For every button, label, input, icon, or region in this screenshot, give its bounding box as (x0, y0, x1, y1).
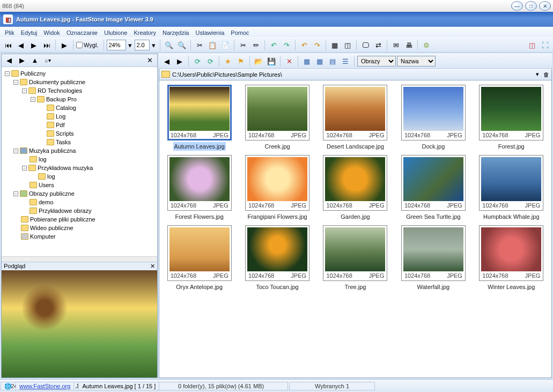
view-small-icon[interactable]: ▤ (327, 55, 338, 67)
view-list-icon[interactable]: ☰ (340, 55, 351, 67)
tree-node[interactable]: −Muzyka publiczna (13, 146, 155, 155)
menu-ustawienia[interactable]: Ustawienia (193, 28, 228, 37)
tree-node[interactable]: log (31, 172, 155, 181)
nav-last-icon[interactable]: ⏭ (41, 39, 53, 51)
menu-edytuj[interactable]: Edytuj (18, 28, 41, 37)
tree-up-icon[interactable]: ▲ (29, 55, 41, 66)
email-icon[interactable]: ✉ (390, 39, 402, 51)
preview-pane[interactable] (2, 270, 157, 378)
wygl-checkbox[interactable] (76, 42, 83, 48)
crop-icon[interactable]: ✂ (237, 39, 249, 51)
tree-node[interactable]: demo (22, 198, 155, 206)
tree-node[interactable]: Catalog (39, 103, 155, 112)
print-icon[interactable]: 🖶 (403, 39, 415, 51)
tree-back-icon[interactable]: ◀ (3, 55, 15, 66)
zoom-pct-input[interactable] (107, 40, 126, 50)
wallpaper-icon[interactable]: 🖵 (359, 39, 371, 51)
tree-node[interactable]: −RD Technologies (22, 86, 155, 95)
maximize-button[interactable]: □ (525, 1, 537, 11)
paste-icon[interactable]: 📄 (219, 39, 231, 51)
thumbnail-item[interactable]: 1024x768JPEGToco Toucan.jpg (241, 225, 313, 291)
settings-icon[interactable]: ⚙ (421, 39, 432, 51)
view-med-icon[interactable]: ▦ (314, 55, 326, 67)
tree-scrollbar[interactable] (2, 256, 157, 262)
layout-icon[interactable]: ◫ (342, 39, 353, 51)
zoom-out-icon[interactable]: 🔍 (176, 39, 188, 51)
cut-icon[interactable]: ✂ (194, 39, 205, 51)
trash-icon[interactable]: 🗑 (543, 71, 549, 78)
thumbnail-item[interactable]: 1024x768JPEGWinter Leaves.jpg (476, 225, 547, 291)
tree-node[interactable]: −Dokumenty publiczne (13, 78, 155, 86)
path-input[interactable] (172, 71, 534, 78)
thumbnail-item[interactable]: 1024x768JPEGDesert Landscape.jpg (320, 85, 391, 151)
thumbnail-item[interactable]: 1024x768JPEGTree.jpg (320, 225, 391, 291)
thumbnail-item[interactable]: 1024x768JPEGFrangipani Flowers.jpg (241, 155, 313, 221)
tree-node[interactable]: Pobierane pliki publiczne (13, 215, 155, 224)
thumbnail-item[interactable]: 1024x768JPEGWaterfall.jpg (397, 225, 469, 291)
undo-icon[interactable]: ↶ (298, 39, 310, 51)
status-website[interactable]: www.FastStone.org (16, 382, 74, 390)
nav-first-icon[interactable]: ⏮ (2, 39, 14, 51)
layout-toggle-icon[interactable]: ◫ (526, 39, 538, 51)
tree-node[interactable]: Pdf (39, 121, 155, 129)
thumbnail-item[interactable]: 1024x768JPEGForest Flowers.jpg (164, 155, 235, 221)
slideshow-icon[interactable]: ▶ (58, 39, 70, 51)
tree-node[interactable]: −Backup Pro (31, 95, 155, 103)
copy-icon[interactable]: 📋 (207, 39, 218, 51)
thumbnail-item[interactable]: 1024x768JPEGForest.jpg (476, 85, 547, 151)
zoom-sec-dropdown-icon[interactable]: ▾ (150, 39, 157, 51)
compare-icon[interactable]: ⇄ (372, 39, 384, 51)
tb-save-icon[interactable]: 💾 (266, 55, 277, 67)
tree-node[interactable]: log (22, 155, 155, 164)
view-large-icon[interactable]: ▦ (301, 55, 313, 67)
tb-back-icon[interactable]: ◀ (161, 55, 173, 67)
thumbnail-item[interactable]: 1024x768JPEGHumpback Whale.jpg (476, 155, 547, 221)
minimize-button[interactable]: — (511, 1, 523, 11)
tree-node[interactable]: −Publiczny (5, 69, 155, 78)
tb-tag-icon[interactable]: ⚑ (235, 55, 247, 67)
tree-node[interactable]: Tasks (39, 138, 155, 146)
tree-node[interactable]: −Obrazy publiczne (13, 189, 155, 198)
tree-fwd-icon[interactable]: ▶ (16, 55, 28, 66)
zoom-in-icon[interactable]: 🔍 (163, 39, 175, 51)
sort-dropdown[interactable]: Nazwa (397, 56, 436, 66)
nav-prev-icon[interactable]: ◀ (15, 39, 27, 51)
thumbnail-item[interactable]: 1024x768JPEGGarden.jpg (320, 155, 391, 221)
thumbnail-item[interactable]: 1024x768JPEGCreek.jpg (241, 85, 313, 151)
thumbnail-item[interactable]: 1024x768JPEGOryx Antelope.jpg (164, 225, 235, 291)
thumbnail-item[interactable]: 1024x768JPEGGreen Sea Turtle.jpg (397, 155, 469, 221)
tree-node[interactable]: −Przykładowa muzyka (22, 164, 155, 172)
nav-next-icon[interactable]: ▶ (28, 39, 40, 51)
menu-pomoc[interactable]: Pomoc (227, 28, 252, 37)
menu-oznaczanie[interactable]: Oznaczanie (63, 28, 101, 37)
tree-node[interactable]: Log (39, 112, 155, 121)
draw-icon[interactable]: ✏ (250, 39, 262, 51)
menu-narzędzia[interactable]: Narzędzia (159, 28, 193, 37)
menu-plik[interactable]: Plik (2, 28, 18, 37)
tree-node[interactable]: Komputer (13, 232, 155, 241)
titlebar[interactable]: ◧ Autumn Leaves.jpg - FastStone Image Vi… (0, 12, 553, 27)
tb-refresh-icon[interactable]: ⟳ (191, 55, 203, 67)
tree-node[interactable]: Wideo publiczne (13, 224, 155, 232)
filter-dropdown[interactable]: Obrazy (357, 56, 396, 66)
tb-delete-icon[interactable]: ✕ (283, 55, 295, 67)
thumbnail-grid[interactable]: 1024x768JPEGAutumn Leaves.jpg1024x768JPE… (159, 80, 552, 378)
tree-home-icon[interactable]: ⌂▾ (42, 55, 54, 66)
menu-kreatory[interactable]: Kreatory (130, 28, 159, 37)
menu-ulubione[interactable]: Ulubione (101, 28, 130, 37)
tb-refresh2-icon[interactable]: ⟳ (204, 55, 216, 67)
folder-tree[interactable]: −Publiczny−Dokumenty publiczne−RD Techno… (2, 67, 157, 256)
close-button[interactable]: ✕ (539, 1, 551, 11)
tb-open-icon[interactable]: 📂 (253, 55, 264, 67)
thumbnail-item[interactable]: 1024x768JPEGAutumn Leaves.jpg (164, 85, 235, 151)
rotate-right-icon[interactable]: ↷ (281, 39, 292, 51)
tb-fav-icon[interactable]: ★ (222, 55, 234, 67)
tree-close-icon[interactable]: ✕ (144, 55, 156, 66)
thumbnail-item[interactable]: 1024x768JPEGDock.jpg (397, 85, 469, 151)
redo-icon[interactable]: ↷ (311, 39, 323, 51)
fullscreen-icon[interactable]: ⛶ (539, 39, 551, 51)
zoom-sec-input[interactable] (135, 40, 150, 50)
rotate-left-icon[interactable]: ↶ (268, 39, 279, 51)
grid-icon[interactable]: ▦ (329, 39, 341, 51)
tree-node[interactable]: Przykładowe obrazy (22, 206, 155, 215)
